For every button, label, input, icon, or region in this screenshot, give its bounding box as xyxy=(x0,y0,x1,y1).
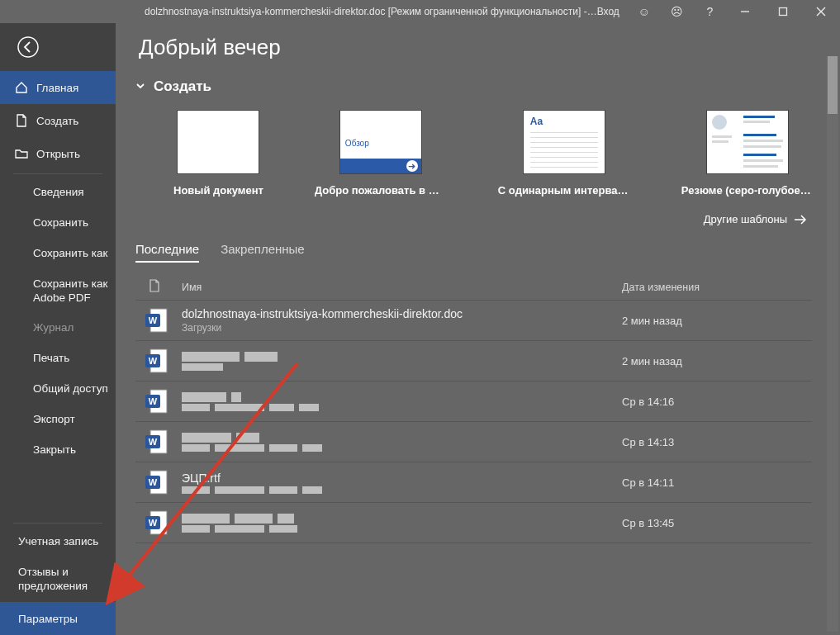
doc-location: Загрузки xyxy=(182,322,622,334)
divider xyxy=(13,173,102,174)
word-file-icon: W xyxy=(144,429,182,455)
doc-location xyxy=(182,486,622,494)
sidebar-item-label: Создать xyxy=(36,115,78,127)
sidebar-item-home[interactable]: Главная xyxy=(0,71,116,104)
page-title: Добрый вечер xyxy=(139,35,812,60)
sidebar-item-label: Параметры xyxy=(18,613,78,625)
sidebar-item-share[interactable]: Общий доступ xyxy=(0,374,116,405)
more-templates-link[interactable]: Другие шаблоны xyxy=(135,213,812,225)
svg-text:W: W xyxy=(149,437,158,447)
sidebar-item-options[interactable]: Параметры xyxy=(0,602,116,635)
word-file-icon: W xyxy=(144,469,182,495)
doc-icon xyxy=(149,279,182,295)
svg-text:W: W xyxy=(149,518,158,528)
doc-date: Ср в 14:16 xyxy=(622,396,812,408)
doc-row[interactable]: W ЭЦП.rtf Ср в 14:11 xyxy=(135,462,812,502)
word-file-icon: W xyxy=(144,388,182,415)
sidebar-item-open[interactable]: Открыть xyxy=(0,137,116,170)
template-thumb: Обзор ➜ xyxy=(339,110,422,174)
doc-row[interactable]: W dolzhnostnaya-instruktsiya-kommerchesk… xyxy=(135,300,812,340)
sidebar-item-journal[interactable]: Журнал xyxy=(0,313,116,344)
recent-tabs: Последние Закрепленные xyxy=(135,242,812,263)
svg-point-4 xyxy=(18,37,38,57)
doc-row[interactable]: W Ср в 13:45 xyxy=(135,502,812,543)
smile-icon[interactable]: ☺ xyxy=(628,5,661,18)
word-file-icon: W xyxy=(144,307,182,334)
back-button[interactable] xyxy=(0,23,116,71)
minimize-button[interactable] xyxy=(726,0,764,23)
main-pane: Добрый вечер Создать Новый документ Обзо… xyxy=(116,23,840,635)
window-title: dolzhnostnaya-instruktsiya-kommercheskii… xyxy=(145,6,597,17)
help-icon[interactable]: ? xyxy=(694,5,727,18)
home-icon xyxy=(15,81,28,94)
doc-date: 2 мин назад xyxy=(622,315,812,327)
template-welcome[interactable]: Обзор ➜ Добро пожаловать в Word xyxy=(315,110,447,197)
chevron-down-icon xyxy=(135,78,145,95)
doc-row[interactable]: W Ср в 14:16 xyxy=(135,381,812,421)
sidebar-item-print[interactable]: Печать xyxy=(0,344,116,374)
template-blank[interactable]: Новый документ xyxy=(173,110,263,197)
sidebar-item-label: Открыть xyxy=(36,148,80,160)
doc-row[interactable]: W Ср в 14:13 xyxy=(135,421,812,462)
doc-location xyxy=(182,525,622,533)
svg-text:W: W xyxy=(149,396,158,406)
tab-recent[interactable]: Последние xyxy=(135,242,199,263)
col-name[interactable]: Имя xyxy=(182,282,622,293)
col-date[interactable]: Дата изменения xyxy=(622,282,812,293)
frown-icon[interactable]: ☹ xyxy=(661,5,694,18)
svg-text:W: W xyxy=(149,356,158,366)
close-button[interactable] xyxy=(802,0,840,23)
sidebar-item-account[interactable]: Учетная запись xyxy=(0,527,116,557)
sidebar-item-label: Главная xyxy=(36,82,78,94)
scrollbar-thumb[interactable] xyxy=(828,56,838,114)
doc-date: Ср в 14:13 xyxy=(622,436,812,448)
doc-date: 2 мин назад xyxy=(622,355,812,367)
sidebar-item-feedback[interactable]: Отзывы и предложения xyxy=(0,557,116,602)
word-file-icon: W xyxy=(144,348,182,374)
divider xyxy=(13,523,102,524)
doc-name xyxy=(182,433,622,443)
sidebar-item-close[interactable]: Закрыть xyxy=(0,435,116,466)
template-label: Добро пожаловать в Word xyxy=(315,184,447,197)
tab-pinned[interactable]: Закрепленные xyxy=(221,242,305,263)
doc-name: ЭЦП.rtf xyxy=(182,472,622,485)
svg-rect-1 xyxy=(780,8,787,16)
template-thumb xyxy=(706,110,789,174)
sidebar-item-info[interactable]: Сведения xyxy=(0,178,116,208)
docs-header: Имя Дата изменения xyxy=(135,274,812,300)
sidebar-item-save[interactable]: Сохранить xyxy=(0,208,116,239)
maximize-button[interactable] xyxy=(764,0,802,23)
template-label: Новый документ xyxy=(173,184,263,197)
doc-name xyxy=(182,514,622,524)
template-label: Резюме (серо-голубое о… xyxy=(681,184,814,197)
svg-text:W: W xyxy=(149,315,158,325)
open-folder-icon xyxy=(15,147,28,160)
create-section-toggle[interactable]: Создать xyxy=(135,78,812,95)
doc-location xyxy=(182,444,622,452)
doc-name xyxy=(182,352,622,362)
doc-row[interactable]: W 2 мин назад xyxy=(135,340,812,381)
arrow-right-icon xyxy=(794,215,807,225)
scrollbar[interactable] xyxy=(827,56,838,632)
sign-in-link[interactable]: Вход xyxy=(597,6,619,17)
doc-location xyxy=(182,404,622,411)
templates-row: Новый документ Обзор ➜ Добро пожаловать … xyxy=(173,110,812,197)
word-file-icon: W xyxy=(144,509,182,536)
sidebar: Главная Создать Открыть Сведения Сохрани… xyxy=(0,23,116,635)
doc-name: dolzhnostnaya-instruktsiya-kommercheskii… xyxy=(182,307,622,320)
template-single-spaced[interactable]: Aa С одинарным интервало… xyxy=(498,110,630,197)
template-thumb xyxy=(177,110,259,174)
sidebar-item-export[interactable]: Экспорт xyxy=(0,405,116,435)
title-bar: dolzhnostnaya-instruktsiya-kommercheskii… xyxy=(0,0,840,23)
doc-location xyxy=(182,363,622,371)
new-doc-icon xyxy=(15,114,28,127)
sidebar-item-save-pdf[interactable]: Сохранить как Adobe PDF xyxy=(0,269,116,314)
svg-text:W: W xyxy=(149,477,158,487)
sidebar-item-new[interactable]: Создать xyxy=(0,104,116,137)
doc-date: Ср в 13:45 xyxy=(622,517,812,529)
template-resume[interactable]: Резюме (серо-голубое о… xyxy=(681,110,814,197)
create-section-label: Создать xyxy=(154,78,211,95)
doc-name xyxy=(182,392,622,402)
template-label: С одинарным интервало… xyxy=(498,184,630,197)
sidebar-item-save-as[interactable]: Сохранить как xyxy=(0,239,116,269)
